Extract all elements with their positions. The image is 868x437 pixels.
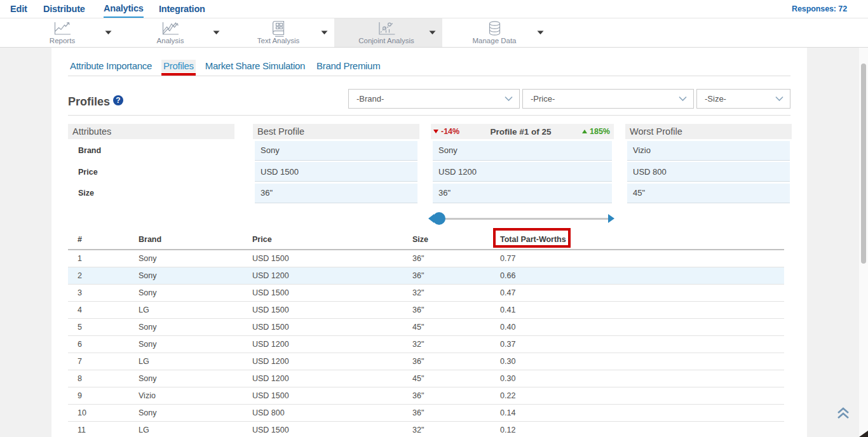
table-row[interactable]: 8SonyUSD 120045"0.30 — [68, 370, 784, 387]
column-header-total-part-worths[interactable]: Total Part-Worths — [500, 230, 784, 250]
table-cell: 0.66 — [500, 267, 784, 284]
current-profile-rows: SonyUSD 120036" — [431, 141, 614, 203]
brand-filter-value: -Brand- — [356, 94, 384, 104]
table-cell: USD 1500 — [252, 284, 412, 301]
profiles-table-head: #BrandPriceSizeTotal Part-Worths — [68, 230, 784, 250]
top-nav-item-edit[interactable]: Edit — [10, 0, 27, 18]
toolbar-item-caret[interactable] — [98, 18, 118, 47]
top-nav-item-analytics[interactable]: Analytics — [104, 1, 144, 18]
profile-slider — [428, 212, 614, 225]
title-row: Profiles ? -Brand- -Price- -Size- — [68, 88, 790, 116]
toolbar-item-caret[interactable] — [315, 18, 334, 47]
table-cell: Sony — [139, 404, 252, 421]
scrollbar-thumb[interactable] — [861, 64, 866, 264]
table-cell: 36" — [412, 404, 500, 421]
table-cell: Sony — [139, 267, 252, 284]
worst-profile-panel: Worst Profile VizioUSD 80045" — [625, 124, 792, 203]
toolbar-item-manage-data[interactable]: Manage Data — [442, 18, 550, 47]
caret-down-icon — [213, 30, 220, 35]
table-row[interactable]: 6SonyUSD 120032"0.37 — [68, 335, 784, 353]
line-chart-icon — [52, 21, 72, 36]
table-row[interactable]: 7LGUSD 120036"0.30 — [68, 353, 784, 370]
decrease-value: -14% — [441, 127, 459, 136]
worst-profile-row: Vizio — [627, 141, 790, 161]
responses-count[interactable]: Responses: 72 — [792, 0, 847, 18]
table-row[interactable]: 9VizioUSD 150036"0.22 — [68, 387, 784, 404]
column-header-size[interactable]: Size — [412, 230, 500, 250]
table-cell: 1 — [68, 250, 139, 267]
table-cell: LG — [139, 301, 252, 318]
size-filter-dropdown[interactable]: -Size- — [696, 89, 790, 109]
toolbar-item-reports[interactable]: Reports — [10, 18, 118, 47]
toolbar-item-analysis[interactable]: Analysis — [118, 18, 226, 47]
table-row[interactable]: 3SonyUSD 150032"0.47 — [68, 284, 784, 301]
table-cell: 2 — [68, 267, 139, 284]
profiles-table-wrap: #BrandPriceSizeTotal Part-Worths 1SonyUS… — [68, 230, 784, 437]
toolbar-item-text-analysis[interactable]: Text Analysis — [226, 18, 334, 47]
top-nav-item-distribute[interactable]: Distribute — [43, 0, 85, 18]
table-cell: 0.12 — [500, 421, 784, 437]
attribute-row: Price — [70, 162, 233, 182]
top-nav-item-integration[interactable]: Integration — [159, 0, 205, 18]
toolbar-item-caret[interactable] — [207, 18, 226, 47]
table-cell: USD 1500 — [252, 250, 412, 267]
worst-profile-rows: VizioUSD 80045" — [625, 141, 792, 203]
table-cell: USD 1500 — [252, 421, 412, 437]
caret-down-icon — [429, 30, 436, 35]
current-profile-row: 36" — [433, 184, 612, 203]
toolbar-item-caret[interactable] — [531, 18, 550, 47]
divider — [68, 115, 790, 116]
slider-handle[interactable] — [433, 212, 445, 225]
caret-down-icon — [537, 30, 544, 35]
table-row[interactable]: 1SonyUSD 150036"0.77 — [68, 250, 784, 267]
column-header--[interactable]: # — [68, 230, 139, 250]
slider-arrow-right-icon[interactable] — [608, 214, 614, 223]
tab-brand-premium[interactable]: Brand Premium — [315, 60, 382, 72]
table-cell: 0.77 — [500, 250, 784, 267]
tab-profiles[interactable]: Profiles — [161, 60, 196, 72]
toolbar-item-conjoint-analysis[interactable]: Conjoint Analysis — [334, 18, 442, 47]
column-header-price[interactable]: Price — [252, 230, 412, 250]
table-cell: 36" — [412, 353, 500, 370]
table-cell: 36" — [412, 250, 500, 267]
chevron-down-icon — [679, 96, 687, 102]
table-cell: USD 1200 — [252, 335, 412, 353]
table-cell: 36" — [412, 387, 500, 404]
increase-stat: 185% — [582, 127, 610, 136]
table-row[interactable]: 4LGUSD 150036"0.41 — [68, 301, 784, 318]
profile-comparison: Attributes BrandPriceSize Best Profile S… — [51, 124, 807, 229]
table-row[interactable]: 10SonyUSD 80036"0.14 — [68, 404, 784, 421]
analytics-toolbar: ReportsAnalysisText AnalysisConjoint Ana… — [0, 18, 868, 48]
best-profile-panel: Best Profile SonyUSD 150036" — [253, 124, 419, 203]
help-icon[interactable]: ? — [113, 95, 123, 105]
current-profile-header: -14% Profile #1 of 25 185% — [431, 124, 614, 139]
best-profile-row: Sony — [255, 141, 417, 161]
table-cell: Sony — [139, 250, 252, 267]
table-cell: Vizio — [139, 387, 252, 404]
table-cell: 0.14 — [500, 404, 784, 421]
profile-counter: Profile #1 of 25 — [491, 127, 552, 137]
scrollbar-track[interactable] — [859, 48, 868, 437]
table-row[interactable]: 11LGUSD 150032"0.12 — [68, 421, 784, 437]
text-book-icon — [268, 21, 288, 36]
table-cell: 45" — [412, 318, 500, 335]
table-cell: 0.30 — [500, 353, 784, 370]
chevron-down-icon — [775, 96, 783, 102]
table-cell: 7 — [68, 353, 139, 370]
column-header-brand[interactable]: Brand — [139, 230, 252, 250]
table-row[interactable]: 5SonyUSD 150045"0.40 — [68, 318, 784, 335]
table-cell: 32" — [412, 284, 500, 301]
table-cell: 0.30 — [500, 370, 784, 387]
table-row[interactable]: 2SonyUSD 120036"0.66 — [68, 267, 784, 284]
slider-track[interactable] — [433, 218, 608, 220]
table-cell: 0.37 — [500, 335, 784, 353]
toolbar-item-caret[interactable] — [423, 18, 442, 47]
price-filter-dropdown[interactable]: -Price- — [522, 89, 694, 109]
brand-filter-dropdown[interactable]: -Brand- — [348, 89, 520, 109]
tab-market-share-simulation[interactable]: Market Share Simulation — [203, 60, 307, 72]
scroll-to-top-icon[interactable] — [835, 405, 851, 422]
worst-profile-row: USD 800 — [627, 162, 790, 182]
table-cell: 36" — [412, 301, 500, 318]
tab-attribute-importance[interactable]: Attribute Importance — [68, 60, 154, 72]
worst-profile-row: 45" — [627, 184, 790, 203]
